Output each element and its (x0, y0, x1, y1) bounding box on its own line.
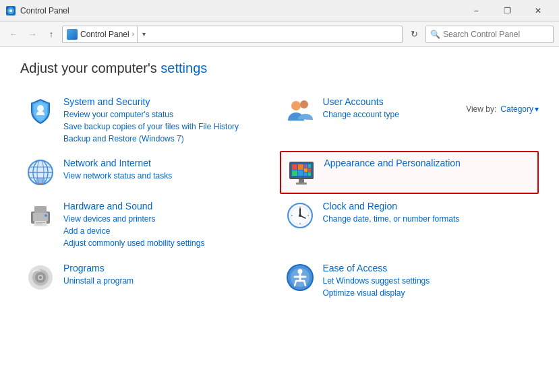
svg-point-55 (297, 269, 302, 273)
programs-title[interactable]: Programs (63, 263, 274, 273)
system-security-icon (26, 96, 55, 126)
svg-rect-34 (36, 224, 42, 224)
svg-rect-24 (308, 168, 311, 172)
category-hardware-sound: Hardware and Sound View devices and prin… (20, 194, 280, 255)
window-controls: − ❐ ✕ (461, 0, 554, 22)
address-dropdown-button[interactable]: ▾ (137, 26, 150, 43)
clock-region-icon (285, 201, 315, 230)
appearance-icon (287, 158, 316, 187)
main-content: Adjust your computer's settings Syst (0, 47, 559, 392)
svg-rect-13 (36, 178, 45, 183)
ease-of-access-icon (285, 263, 315, 292)
category-appearance: Appearance and Personalization (280, 151, 539, 194)
svg-rect-21 (304, 164, 307, 168)
back-button[interactable]: ← (5, 26, 22, 42)
svg-point-42 (299, 214, 301, 217)
network-internet-text: Network and Internet View network status… (63, 158, 274, 182)
app-icon (5, 5, 16, 16)
category-user-accounts: User Accounts Change account type (280, 90, 539, 151)
refresh-button[interactable]: ↻ (405, 26, 423, 43)
svg-point-2 (9, 9, 12, 12)
svg-point-5 (300, 100, 308, 108)
forward-button[interactable]: → (24, 26, 40, 42)
svg-rect-30 (33, 213, 48, 221)
system-security-link-2[interactable]: Backup and Restore (Windows 7) (63, 133, 274, 145)
page-title: Adjust your computer's settings (20, 61, 539, 76)
system-security-link-1[interactable]: Save backup copies of your files with Fi… (63, 121, 274, 133)
user-accounts-icon (285, 96, 315, 126)
category-clock-region: Clock and Region Change date, time, or n… (280, 194, 539, 255)
svg-point-35 (45, 214, 47, 217)
programs-text: Programs Uninstall a program (63, 263, 274, 287)
programs-icon (26, 263, 55, 292)
category-system-security: System and Security Review your computer… (20, 90, 280, 151)
up-button[interactable]: ↑ (43, 26, 59, 42)
search-input[interactable] (443, 30, 549, 39)
svg-rect-19 (292, 170, 297, 176)
search-icon: 🔍 (430, 30, 440, 39)
path-label: Control Panel (80, 30, 129, 39)
svg-rect-25 (304, 172, 307, 176)
hardware-sound-link-2[interactable]: Adjust commonly used mobility settings (63, 238, 274, 249)
ease-of-access-link-0[interactable]: Let Windows suggest settings (323, 275, 534, 287)
system-security-link-0[interactable]: Review your computer's status (63, 109, 274, 121)
hardware-sound-icon (26, 201, 55, 230)
ease-of-access-title[interactable]: Ease of Access (323, 263, 534, 273)
svg-point-4 (291, 101, 301, 110)
view-by-label: View by: (466, 104, 496, 114)
svg-rect-27 (299, 179, 304, 183)
categories-grid: System and Security Review your computer… (20, 90, 539, 305)
address-bar: ← → ↑ Control Panel › ▾ ↻ 🔍 (0, 22, 559, 47)
svg-rect-22 (308, 164, 311, 168)
clock-region-text: Clock and Region Change date, time, or n… (323, 201, 534, 225)
svg-rect-26 (308, 172, 311, 176)
network-internet-link-0[interactable]: View network status and tasks (63, 170, 274, 182)
window-title: Control Panel (20, 6, 461, 15)
svg-rect-33 (36, 222, 45, 223)
ease-of-access-text: Ease of Access Let Windows suggest setti… (323, 263, 534, 299)
svg-rect-14 (38, 183, 43, 185)
system-security-text: System and Security Review your computer… (63, 96, 274, 144)
programs-link-0[interactable]: Uninstall a program (63, 275, 274, 287)
svg-rect-18 (298, 164, 303, 170)
svg-rect-23 (304, 168, 307, 172)
svg-point-51 (39, 276, 42, 279)
system-security-title[interactable]: System and Security (63, 96, 274, 107)
svg-rect-20 (298, 170, 303, 176)
address-path[interactable]: Control Panel › ▾ (62, 26, 403, 43)
category-network-internet: Network and Internet View network status… (20, 151, 280, 194)
svg-rect-28 (296, 183, 307, 185)
search-box[interactable]: 🔍 (425, 26, 554, 43)
view-by-control: View by: Category ▾ (466, 104, 539, 114)
svg-rect-17 (292, 164, 297, 170)
category-programs: Programs Uninstall a program (20, 256, 280, 306)
ease-of-access-link-1[interactable]: Optimize visual display (323, 288, 534, 299)
svg-point-3 (37, 105, 44, 112)
hardware-sound-text: Hardware and Sound View devices and prin… (63, 201, 274, 249)
clock-region-title[interactable]: Clock and Region (323, 201, 534, 211)
clock-region-link-0[interactable]: Change date, time, or number formats (323, 214, 534, 225)
path-separator: › (132, 30, 134, 38)
hardware-sound-title[interactable]: Hardware and Sound (63, 201, 274, 211)
network-internet-icon (26, 158, 55, 187)
hardware-sound-link-0[interactable]: View devices and printers (63, 214, 274, 225)
path-icon (67, 29, 78, 40)
view-by-value[interactable]: Category ▾ (500, 104, 539, 114)
restore-button[interactable]: ❐ (492, 0, 523, 22)
title-bar: Control Panel − ❐ ✕ (0, 0, 559, 22)
svg-rect-31 (34, 206, 47, 213)
hardware-sound-link-1[interactable]: Add a device (63, 226, 274, 237)
appearance-text: Appearance and Personalization (324, 158, 533, 170)
category-ease-of-access: Ease of Access Let Windows suggest setti… (280, 256, 539, 306)
close-button[interactable]: ✕ (523, 0, 554, 22)
appearance-title[interactable]: Appearance and Personalization (324, 158, 533, 168)
network-internet-title[interactable]: Network and Internet (63, 158, 274, 168)
minimize-button[interactable]: − (461, 0, 492, 22)
